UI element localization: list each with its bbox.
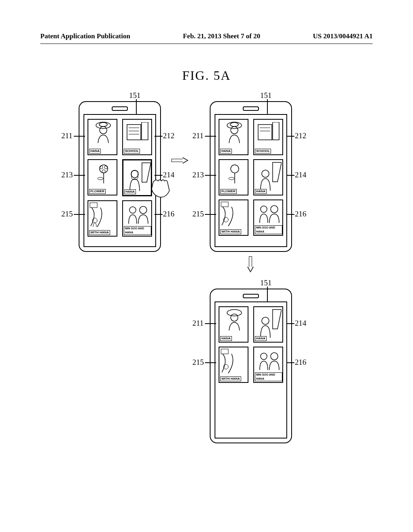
- thumb-214: HANA: [253, 159, 283, 195]
- page-header: Patent Application Publication Feb. 21, …: [0, 0, 413, 44]
- speaker-icon: [243, 294, 259, 298]
- svg-rect-22: [258, 125, 272, 140]
- thumb-label: HANA: [255, 336, 267, 341]
- screen-3: HANA HANA WITH HANA MIN SOO AND HANA: [215, 301, 287, 438]
- svg-point-18: [140, 206, 147, 214]
- road-person-icon: [220, 348, 248, 376]
- ref-215: 215: [192, 210, 204, 218]
- lead-line: [205, 175, 216, 176]
- lead-line: [136, 99, 137, 114]
- person-building-icon: [126, 162, 151, 191]
- person-building-icon: [257, 309, 282, 338]
- lead-line: [154, 136, 163, 137]
- ref-151: 151: [260, 278, 272, 287]
- lead-line: [154, 214, 163, 215]
- svg-point-11: [102, 170, 105, 173]
- screen-1: HANA SCHOOL FLOWER HANA WITH HANA: [83, 114, 156, 247]
- ref-151: 151: [260, 91, 272, 100]
- figure-canvas: HANA SCHOOL FLOWER HANA WITH HANA: [0, 83, 413, 486]
- lead-line: [286, 175, 294, 176]
- lead-line: [286, 214, 294, 215]
- lead-line: [205, 323, 216, 324]
- lead-line: [74, 136, 85, 137]
- svg-point-34: [227, 310, 242, 316]
- phone-3: HANA HANA WITH HANA MIN SOO AND HANA: [210, 289, 292, 443]
- two-people-icon: [257, 203, 282, 227]
- header-right: US 2013/0044921 A1: [313, 32, 373, 40]
- svg-point-14: [131, 170, 138, 178]
- road-person-icon: [89, 202, 117, 230]
- ref-216: 216: [295, 358, 307, 367]
- thumb-label: SCHOOL: [124, 149, 140, 154]
- thumb-label: HANA: [220, 336, 232, 341]
- svg-point-13: [98, 177, 103, 180]
- svg-rect-23: [273, 122, 279, 140]
- speaker-icon: [112, 106, 128, 111]
- arrow-right-icon: [171, 158, 188, 163]
- thumb-label: WITH HANA: [220, 376, 241, 381]
- thumb-label: WITH HANA: [220, 229, 241, 234]
- thumb-label: FLOWER: [89, 189, 106, 194]
- lead-line: [74, 175, 85, 176]
- lead-line: [205, 362, 216, 363]
- lead-line: [267, 287, 268, 302]
- header-center: Feb. 21, 2013 Sheet 7 of 20: [183, 32, 260, 40]
- ref-215: 215: [61, 210, 73, 218]
- svg-rect-4: [142, 122, 148, 140]
- thumb-label: HANA: [89, 149, 101, 154]
- lead-line: [286, 323, 294, 324]
- svg-point-26: [231, 165, 239, 173]
- phone-2: HANA SCHOOL FLOWER HANA WITH HANA: [210, 101, 292, 252]
- thumb-grid-1: HANA SCHOOL FLOWER HANA WITH HANA: [88, 119, 152, 237]
- svg-point-21: [231, 127, 238, 134]
- svg-point-39: [261, 353, 267, 360]
- person-building-icon: [257, 162, 282, 191]
- svg-point-17: [129, 207, 136, 213]
- svg-point-0: [96, 122, 111, 129]
- svg-point-40: [271, 353, 278, 360]
- thumb-label: HANA: [255, 189, 267, 194]
- ref-212: 212: [163, 131, 175, 140]
- building-icon: [125, 122, 150, 142]
- thumb-212: SCHOOL: [122, 119, 152, 155]
- thumb-215: WITH HANA: [88, 200, 117, 237]
- lead-line: [205, 214, 216, 215]
- speaker-icon: [243, 106, 259, 111]
- ref-213: 213: [192, 170, 204, 179]
- thumb-label: SCHOOL: [255, 149, 271, 154]
- svg-point-32: [261, 206, 267, 212]
- header-left: Patent Application Publication: [40, 32, 130, 40]
- screen-2: HANA SCHOOL FLOWER HANA WITH HANA: [215, 114, 287, 247]
- ref-211: 211: [192, 131, 204, 140]
- thumb-213: FLOWER: [219, 159, 248, 195]
- thumb-grid-3: HANA HANA WITH HANA MIN SOO AND HANA: [219, 306, 283, 383]
- ref-214: 214: [295, 319, 307, 328]
- ref-215: 215: [192, 358, 204, 367]
- flower-icon: [95, 163, 113, 187]
- flower-icon: [226, 163, 244, 187]
- thumb-214: HANA: [122, 159, 152, 196]
- thumb-label: MIN SOO AND HANA: [124, 226, 151, 235]
- svg-point-33: [271, 206, 278, 213]
- two-people-icon: [125, 204, 151, 228]
- thumb-216: MIN SOO AND HANA: [253, 200, 283, 236]
- ref-216: 216: [163, 210, 175, 218]
- thumb-label: MIN SOO AND HANA: [255, 372, 282, 381]
- thumb-215: WITH HANA: [219, 347, 248, 383]
- svg-point-29: [262, 170, 269, 177]
- thumb-216: MIN SOO AND HANA: [122, 200, 152, 237]
- ref-214: 214: [163, 170, 175, 179]
- svg-point-19: [227, 122, 242, 129]
- thumb-212: SCHOOL: [253, 119, 283, 155]
- thumb-215: WITH HANA: [219, 200, 248, 236]
- thumb-label: WITH HANA: [89, 230, 110, 235]
- thumb-211: HANA: [219, 306, 248, 343]
- thumb-214: HANA: [253, 306, 283, 343]
- svg-point-36: [262, 317, 269, 324]
- road-person-icon: [220, 201, 248, 229]
- svg-point-1: [99, 123, 107, 127]
- svg-point-2: [100, 127, 107, 134]
- svg-point-35: [231, 314, 238, 321]
- lead-line: [154, 175, 163, 176]
- person-hat-icon: [94, 121, 113, 144]
